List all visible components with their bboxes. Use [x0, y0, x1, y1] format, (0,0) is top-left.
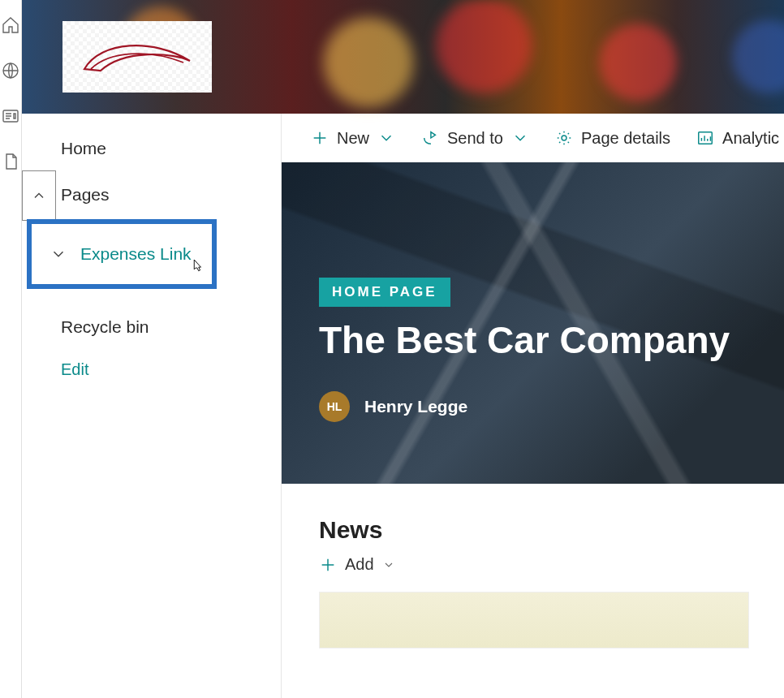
nav-recycle-bin[interactable]: Recycle bin [22, 305, 281, 349]
cmd-new[interactable]: New [298, 124, 408, 153]
main-column: Home Pages Expenses Link Recycle bin Edi… [22, 0, 784, 698]
plus-icon [319, 556, 337, 574]
nav-expenses-label: Expenses Link [80, 244, 192, 264]
chevron-down-icon [511, 129, 529, 147]
app-root: Home Pages Expenses Link Recycle bin Edi… [0, 0, 784, 698]
rail-news-icon[interactable] [0, 106, 21, 127]
chevron-down-icon [377, 129, 395, 147]
plus-icon [311, 129, 329, 147]
news-heading: News [319, 516, 784, 544]
side-nav: Home Pages Expenses Link Recycle bin Edi… [22, 114, 282, 698]
below-banner: Home Pages Expenses Link Recycle bin Edi… [22, 114, 784, 698]
cmd-analytics-label: Analytic [722, 129, 779, 148]
news-add[interactable]: Add [319, 555, 784, 574]
cmd-page-details[interactable]: Page details [542, 124, 683, 153]
left-rail [0, 0, 22, 698]
analytics-icon [696, 129, 714, 147]
nav-pages-wrap: Pages [22, 170, 281, 221]
chevron-down-icon [50, 245, 67, 263]
chevron-down-icon [382, 558, 395, 571]
hero-tag: HOME PAGE [319, 278, 450, 307]
nav-expenses-link-highlight[interactable]: Expenses Link [27, 219, 217, 289]
news-card[interactable] [319, 592, 749, 648]
author-avatar[interactable]: HL [319, 391, 350, 422]
cmd-analytics[interactable]: Analytic [683, 124, 784, 153]
command-bar: New Send to Page details Analytic [282, 114, 784, 162]
cursor-pointer-icon [187, 258, 205, 279]
news-add-label: Add [345, 555, 374, 574]
cmd-page-details-label: Page details [581, 129, 670, 148]
nav-edit[interactable]: Edit [22, 349, 281, 390]
rail-globe-icon[interactable] [0, 60, 21, 81]
news-section: News Add [282, 484, 784, 648]
page-title: The Best Car Company [319, 318, 784, 362]
site-banner [22, 0, 784, 114]
cmd-new-label: New [337, 129, 369, 148]
nav-pages[interactable]: Pages [22, 170, 281, 217]
gear-icon [555, 129, 573, 147]
cmd-send-to-label: Send to [447, 129, 503, 148]
content-area: New Send to Page details Analytic [282, 114, 784, 698]
site-logo[interactable] [62, 21, 212, 93]
page-author: HL Henry Legge [319, 391, 784, 422]
nav-home[interactable]: Home [22, 127, 281, 170]
share-icon [421, 129, 439, 147]
cmd-send-to[interactable]: Send to [408, 124, 542, 153]
author-name: Henry Legge [364, 397, 467, 416]
svg-point-2 [562, 136, 566, 140]
rail-home-icon[interactable] [0, 15, 21, 36]
rail-page-icon[interactable] [0, 151, 21, 172]
page-hero: HOME PAGE The Best Car Company HL Henry … [282, 162, 784, 484]
